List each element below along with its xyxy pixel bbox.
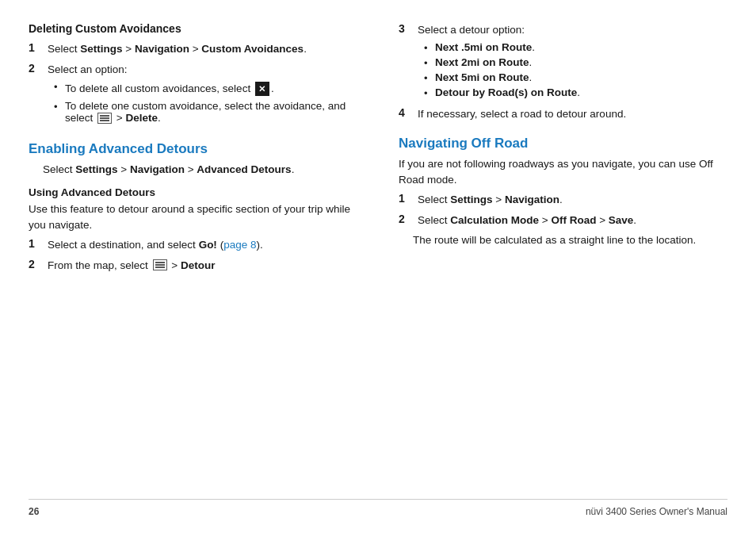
menu-line-6 [155, 266, 165, 268]
bullet-dot-r1: • [424, 42, 435, 54]
x-icon-inner [258, 84, 265, 94]
right-step-3-content: Select a detour option: • Next .5mi on R… [418, 22, 727, 102]
step-1-content: Select Settings > Navigation > Custom Av… [48, 41, 357, 57]
using-detours-steps: 1 Select a destination, and select Go! (… [29, 237, 357, 273]
using-step-1: 1 Select a destination, and select Go! (… [29, 237, 357, 253]
x-icon [255, 82, 269, 96]
using-step-2-content: From the map, select > Detour [48, 258, 357, 274]
step1-custom-avoidances: Custom Avoidances [201, 43, 304, 55]
bullet-dot-2: • [54, 101, 65, 113]
step-num-2: 2 [29, 62, 43, 75]
nav-off-road-steps: 1 Select Settings > Navigation. 2 Select… [399, 192, 727, 228]
enabling-detours-indent: Select Settings > Navigation > Advanced … [43, 162, 357, 178]
step1-settings: Settings [80, 43, 122, 55]
left-column: Deleting Custom Avoidances 1 Select Sett… [29, 22, 365, 491]
using-detours-desc: Use this feature to detour around a spec… [29, 201, 357, 232]
bullet-dot-r2: • [424, 57, 435, 69]
step-2-content: Select an option: • To delete all custom… [48, 62, 357, 127]
bullet-dot-1: • [54, 81, 65, 93]
page-footer: 26 nüvi 3400 Series Owner's Manual [29, 499, 727, 517]
menu-line-5 [155, 264, 165, 266]
right-column: 3 Select a detour option: • Next .5mi on… [391, 22, 727, 491]
page-container: Deleting Custom Avoidances 1 Select Sett… [0, 0, 756, 533]
content-area: Deleting Custom Avoidances 1 Select Sett… [29, 22, 727, 491]
using-step-num-2: 2 [29, 258, 43, 270]
menu-icon-lines-1 [97, 113, 112, 124]
nav-step-1-content: Select Settings > Navigation. [418, 192, 727, 208]
nav-step-num-2: 2 [399, 213, 413, 225]
enabling-settings: Settings [75, 163, 117, 175]
detour-option-4: • Detour by Road(s) on Route. [424, 86, 727, 99]
bullet-delete-all-text: To delete all custom avoidances, select … [65, 80, 274, 98]
nav-settings: Settings [450, 194, 492, 205]
section-deleting-avoidances: Deleting Custom Avoidances 1 Select Sett… [29, 22, 357, 127]
right-step-4-content: If necessary, select a road to detour ar… [418, 106, 727, 122]
right-steps-list: 3 Select a detour option: • Next .5mi on… [399, 22, 727, 121]
nav-save: Save [609, 214, 634, 226]
detour-option-3: • Next 5mi on Route. [424, 71, 727, 84]
nav-off-road-desc: If you are not following roadways as you… [399, 156, 727, 187]
enabling-navigation: Navigation [130, 163, 185, 175]
using-detours-title: Using Advanced Detours [29, 186, 357, 198]
enabling-advanced-detours: Advanced Detours [197, 163, 291, 175]
bullet-dot-r4: • [424, 87, 435, 99]
delete-label: Delete [125, 112, 158, 124]
right-step-num-3: 3 [399, 22, 413, 35]
menu-icon-lines-2 [153, 259, 167, 270]
subsection-using-detours: Using Advanced Detours Use this feature … [29, 186, 357, 273]
detour-option-1: • Next .5mi on Route. [424, 41, 727, 54]
right-step-4: 4 If necessary, select a road to detour … [399, 106, 727, 122]
nav-step-1: 1 Select Settings > Navigation. [399, 192, 727, 208]
detour-opt3-text: Next 5mi on Route. [435, 71, 532, 83]
bullet-delete-one: • To delete one custom avoidance, select… [54, 100, 357, 124]
nav-off-road-heading: Navigating Off Road [399, 136, 727, 151]
detour-option-2: • Next 2mi on Route. [424, 56, 727, 69]
bullet-delete-one-text: To delete one custom avoidance, select t… [65, 100, 357, 124]
enabling-detours-heading: Enabling Advanced Detours [29, 141, 357, 157]
step2-bullets: • To delete all custom avoidances, selec… [54, 80, 357, 124]
menu-line-2 [100, 117, 109, 119]
using-step-1-content: Select a destination, and select Go! (pa… [48, 237, 357, 253]
detour-opt2-text: Next 2mi on Route. [435, 56, 532, 68]
manual-title: nüvi 3400 Series Owner's Manual [586, 506, 727, 517]
section-title-deleting: Deleting Custom Avoidances [29, 22, 357, 35]
detour-opt4-text: Detour by Road(s) on Route. [435, 86, 580, 98]
detour-opt1-text: Next .5mi on Route. [435, 41, 535, 53]
step1-navigation: Navigation [135, 43, 189, 55]
detour-opt3-bold: Next 5mi on Route [435, 71, 529, 83]
go-label: Go! [199, 239, 217, 251]
bullet-delete-all: • To delete all custom avoidances, selec… [54, 80, 357, 98]
detour-opt4-bold: Detour by Road(s) on Route [435, 86, 577, 98]
bullet-dot-r3: • [424, 72, 435, 84]
nav-step-num-1: 1 [399, 192, 413, 205]
nav-step-2-content: Select Calculation Mode > Off Road > Sav… [418, 213, 727, 228]
menu-line-4 [155, 262, 165, 263]
page8-link[interactable]: page 8 [223, 239, 256, 251]
nav-step-2: 2 Select Calculation Mode > Off Road > S… [399, 213, 727, 228]
right-step3-text: Select a detour option: [418, 24, 525, 36]
deleting-step-2: 2 Select an option: • To delete all cust… [29, 62, 357, 127]
nav-calc-mode: Calculation Mode [450, 214, 539, 226]
page-number: 26 [29, 506, 39, 517]
detour-options-list: • Next .5mi on Route. • Next 2mi on Rout… [424, 41, 727, 99]
detour-label: Detour [181, 259, 216, 271]
step-num-1: 1 [29, 41, 43, 54]
step2-text: Select an option: [48, 63, 128, 75]
detour-opt2-bold: Next 2mi on Route [435, 56, 529, 68]
deleting-step-1: 1 Select Settings > Navigation > Custom … [29, 41, 357, 57]
menu-line-1 [100, 115, 109, 117]
menu-icon-1 [97, 113, 112, 124]
section-navigating-off-road: Navigating Off Road If you are not follo… [399, 136, 727, 248]
nav-off-road: Off Road [551, 214, 596, 226]
using-step-num-1: 1 [29, 237, 43, 250]
nav-note: The route will be calculated as a straig… [413, 232, 727, 248]
right-step-num-4: 4 [399, 106, 413, 119]
nav-navigation: Navigation [505, 194, 559, 205]
detour-opt1-bold: Next .5mi on Route [435, 41, 532, 53]
menu-line-3 [100, 120, 109, 121]
section-enabling-detours: Enabling Advanced Detours Select Setting… [29, 141, 357, 274]
using-step-2: 2 From the map, select > Detour [29, 258, 357, 274]
right-step-3: 3 Select a detour option: • Next .5mi on… [399, 22, 727, 102]
menu-icon-2 [153, 259, 167, 270]
deleting-steps-list: 1 Select Settings > Navigation > Custom … [29, 41, 357, 127]
